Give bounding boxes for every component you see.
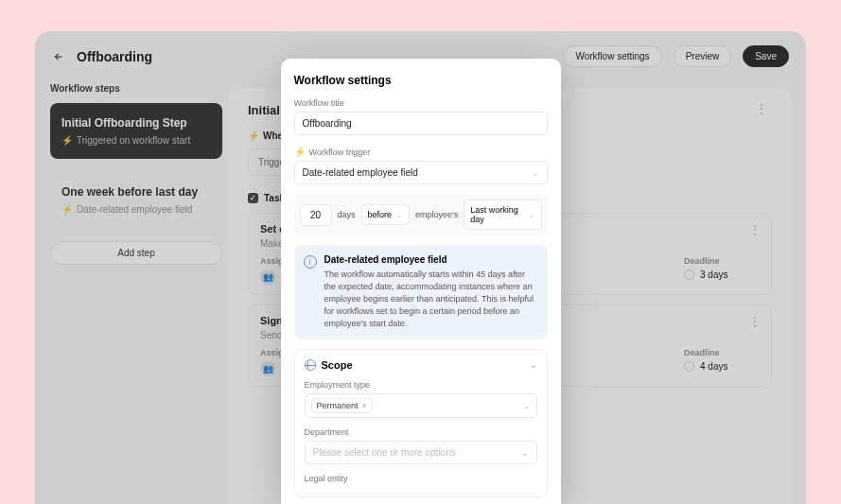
legal-entity-label: Legal entity: [305, 474, 537, 483]
remove-chip-icon[interactable]: ×: [362, 401, 367, 410]
workflow-title-input[interactable]: [294, 112, 548, 135]
scope-header[interactable]: Scope ⌄: [305, 359, 537, 371]
chevron-down-icon: ⌄: [523, 401, 531, 410]
chevron-down-icon: ⌄: [532, 168, 539, 178]
trigger-select-value: Date-related employee field: [303, 167, 418, 178]
scope-section: Scope ⌄ Employment type Permanent× ⌄ Dep…: [294, 349, 548, 497]
chevron-down-icon: ⌄: [395, 210, 403, 219]
chevron-down-icon: ⌄: [528, 210, 535, 219]
info-icon: i: [304, 255, 317, 269]
info-callout: i Date-related employee field The workfl…: [294, 245, 548, 339]
employment-type-select[interactable]: Permanent× ⌄: [305, 393, 537, 418]
trigger-timing-row: days before⌄ employee's Last working day…: [294, 194, 548, 235]
globe-icon: [305, 359, 316, 371]
chevron-down-icon: ⌄: [530, 360, 537, 370]
workflow-title-label: Workflow title: [294, 98, 548, 108]
workflow-trigger-select[interactable]: Date-related employee field ⌄: [294, 161, 548, 184]
scope-title: Scope: [322, 359, 353, 371]
info-title: Date-related employee field: [324, 254, 538, 265]
employee-text: employee's: [413, 210, 460, 219]
days-input[interactable]: [300, 204, 332, 226]
employment-type-chip: Permanent×: [311, 398, 373, 413]
days-unit: days: [336, 210, 358, 219]
department-placeholder: Please select one or more options: [313, 447, 456, 458]
date-field-select[interactable]: Last working day⌄: [464, 200, 541, 230]
bolt-icon: ⚡: [294, 147, 306, 157]
department-select[interactable]: Please select one or more options ⌄: [305, 441, 537, 464]
department-label: Department: [305, 427, 537, 437]
employment-type-label: Employment type: [305, 380, 537, 390]
workflow-settings-modal: Workflow settings Workflow title ⚡Workfl…: [281, 59, 561, 504]
chevron-down-icon: ⌄: [521, 448, 529, 458]
workflow-trigger-label: Workflow trigger: [309, 148, 371, 157]
modal-title: Workflow settings: [294, 74, 548, 87]
info-text: The workflow automatically starts within…: [324, 269, 538, 330]
before-after-select[interactable]: before⌄: [361, 204, 411, 225]
